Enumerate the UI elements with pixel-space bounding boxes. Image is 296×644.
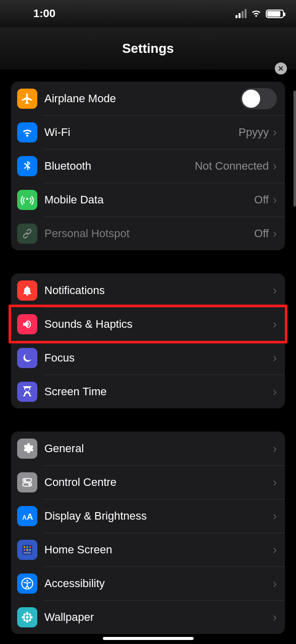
row-label: Display & Brightness xyxy=(44,510,273,523)
flower-icon xyxy=(17,607,37,627)
svg-rect-9 xyxy=(29,546,31,547)
row-accessibility[interactable]: Accessibility › xyxy=(11,566,285,600)
gear-icon xyxy=(17,439,37,459)
svg-rect-12 xyxy=(29,549,31,550)
row-general[interactable]: General › xyxy=(11,432,285,465)
svg-rect-13 xyxy=(23,552,31,553)
row-screen-time[interactable]: Screen Time › xyxy=(11,375,285,408)
svg-point-18 xyxy=(26,619,29,623)
row-notifications[interactable]: Notifications › xyxy=(11,273,285,307)
svg-point-24 xyxy=(28,618,32,621)
wifi-icon xyxy=(251,10,262,18)
row-display-brightness[interactable]: AA Display & Brightness › xyxy=(11,499,285,533)
bluetooth-icon xyxy=(17,156,37,176)
svg-point-17 xyxy=(26,612,29,615)
svg-rect-10 xyxy=(24,549,25,550)
row-label: Bluetooth xyxy=(44,160,195,173)
speaker-icon xyxy=(17,314,37,334)
chevron-right-icon: › xyxy=(273,385,277,399)
row-airplane-mode[interactable]: Airplane Mode xyxy=(11,82,285,115)
chevron-right-icon: › xyxy=(273,610,277,624)
chevron-right-icon: › xyxy=(273,283,277,298)
wifi-icon xyxy=(17,122,37,142)
row-label: Screen Time xyxy=(44,385,273,398)
row-personal-hotspot[interactable]: Personal Hotspot Off › xyxy=(11,217,285,250)
chevron-right-icon: › xyxy=(273,509,277,523)
row-home-screen[interactable]: Home Screen › xyxy=(11,533,285,566)
chevron-right-icon: › xyxy=(273,193,277,207)
row-label: Sounds & Haptics xyxy=(44,318,273,331)
svg-point-3 xyxy=(28,483,30,485)
svg-text:A: A xyxy=(27,511,33,521)
bell-icon xyxy=(17,280,37,301)
row-label: Personal Hotspot xyxy=(44,227,254,240)
svg-point-1 xyxy=(24,479,26,481)
chevron-right-icon: › xyxy=(273,317,277,331)
home-indicator[interactable] xyxy=(103,637,194,640)
row-control-centre[interactable]: Control Centre › xyxy=(11,465,285,499)
svg-point-21 xyxy=(23,613,26,616)
row-label: Wi-Fi xyxy=(44,126,239,139)
svg-point-15 xyxy=(26,580,28,582)
svg-point-23 xyxy=(23,618,26,621)
chevron-right-icon: › xyxy=(273,577,277,591)
moon-icon xyxy=(17,348,37,368)
battery-icon xyxy=(266,10,284,18)
svg-text:A: A xyxy=(22,514,27,521)
row-focus[interactable]: Focus › xyxy=(11,341,285,375)
chevron-right-icon: › xyxy=(273,442,277,456)
text-size-icon: AA xyxy=(17,506,37,526)
hourglass-icon xyxy=(17,382,37,402)
switches-icon xyxy=(17,472,37,492)
chevron-right-icon: › xyxy=(273,159,277,173)
chevron-right-icon: › xyxy=(273,125,277,139)
airplane-icon xyxy=(17,89,37,109)
row-label: General xyxy=(44,442,273,455)
antenna-icon xyxy=(17,190,37,210)
status-time: 1:00 xyxy=(12,7,55,20)
page-title: Settings xyxy=(122,41,174,56)
row-label: Airplane Mode xyxy=(44,92,241,105)
row-wifi[interactable]: Wi-Fi Ppyyy › xyxy=(11,115,285,149)
row-label: Focus xyxy=(44,351,273,365)
row-mobile-data[interactable]: Mobile Data Off › xyxy=(11,183,285,217)
person-icon xyxy=(17,574,37,594)
svg-point-22 xyxy=(28,613,32,616)
chevron-right-icon: › xyxy=(273,475,277,489)
cellular-signal-icon xyxy=(235,9,247,18)
svg-point-16 xyxy=(26,616,28,618)
link-icon xyxy=(17,224,37,244)
close-icon[interactable]: ✕ xyxy=(275,62,287,75)
row-wallpaper[interactable]: Wallpaper › xyxy=(11,600,285,634)
status-bar: 1:00 xyxy=(0,0,296,27)
group-connectivity: Airplane Mode Wi-Fi Ppyyy › Bluetooth No… xyxy=(11,82,285,250)
grid-icon xyxy=(17,540,37,560)
chevron-right-icon: › xyxy=(273,351,277,365)
row-value: Ppyyy xyxy=(239,126,269,139)
group-system: General › Control Centre › AA Display & … xyxy=(11,432,285,634)
row-label: Accessibility xyxy=(44,577,273,590)
row-label: Mobile Data xyxy=(44,193,254,206)
row-sounds-haptics[interactable]: Sounds & Haptics › xyxy=(11,307,285,341)
svg-rect-11 xyxy=(26,549,28,550)
settings-list[interactable]: Airplane Mode Wi-Fi Ppyyy › Bluetooth No… xyxy=(0,69,296,644)
row-value: Off xyxy=(254,193,269,206)
svg-point-19 xyxy=(22,616,25,618)
chevron-right-icon: › xyxy=(273,543,277,557)
row-label: Notifications xyxy=(44,284,273,297)
header: Settings ✕ xyxy=(0,27,296,69)
row-value: Off xyxy=(254,227,269,240)
row-label: Control Centre xyxy=(44,476,273,489)
chevron-right-icon: › xyxy=(273,227,277,241)
row-value: Not Connected xyxy=(195,160,269,173)
airplane-toggle[interactable] xyxy=(241,88,277,109)
row-label: Home Screen xyxy=(44,543,273,556)
svg-rect-7 xyxy=(24,546,25,547)
svg-point-20 xyxy=(29,616,33,618)
scrollbar[interactable] xyxy=(293,91,296,206)
status-icons xyxy=(235,9,284,18)
group-attention: Notifications › Sounds & Haptics › Focus… xyxy=(11,273,285,408)
row-label: Wallpaper xyxy=(44,611,273,624)
svg-rect-8 xyxy=(26,546,28,547)
row-bluetooth[interactable]: Bluetooth Not Connected › xyxy=(11,149,285,183)
